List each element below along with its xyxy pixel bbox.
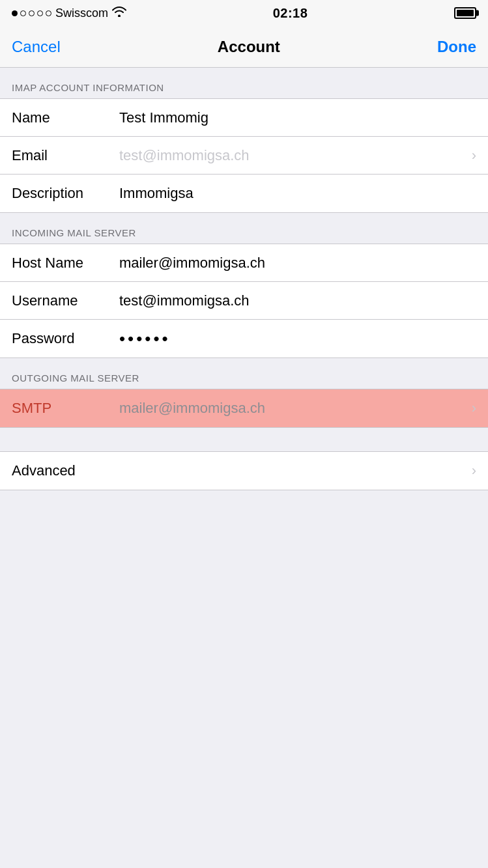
hostname-value: mailer@immomigsa.ch [119, 255, 476, 272]
incoming-table-group: Host Name mailer@immomigsa.ch Username t… [0, 244, 488, 358]
battery-icon [454, 7, 476, 19]
table-row: Username test@immomigsa.ch [0, 282, 488, 320]
wifi-icon [112, 6, 126, 20]
incoming-section-header: INCOMING MAIL SERVER [0, 213, 488, 244]
advanced-label: Advanced [12, 462, 119, 479]
nav-bar: Cancel Account Done [0, 26, 488, 68]
imap-table-group: Name Test Immomig Email test@immomigsa.c… [0, 98, 488, 213]
description-label: Description [12, 185, 119, 202]
hostname-label: Host Name [12, 255, 119, 272]
table-row: Description Immomigsa [0, 175, 488, 212]
status-left: Swisscom [12, 6, 126, 20]
table-row: Host Name mailer@immomigsa.ch [0, 244, 488, 282]
description-value: Immomigsa [119, 185, 476, 202]
table-row[interactable]: Email test@immomigsa.ch › [0, 137, 488, 175]
status-bar: Swisscom 02:18 [0, 0, 488, 26]
table-row: Password •••••• [0, 320, 488, 357]
password-label: Password [12, 330, 119, 347]
username-value: test@immomigsa.ch [119, 292, 476, 309]
imap-section-header: IMAP ACCOUNT INFORMATION [0, 68, 488, 98]
outgoing-section-header: OUTGOING MAIL SERVER [0, 358, 488, 389]
status-time: 02:18 [273, 6, 308, 21]
dot-4 [37, 10, 43, 16]
section-spacer [0, 428, 488, 451]
done-button[interactable]: Done [437, 38, 476, 56]
chevron-right-icon: › [472, 147, 476, 164]
dot-2 [20, 10, 26, 16]
battery-fill [457, 10, 474, 16]
page-title: Account [218, 38, 280, 56]
dot-5 [46, 10, 51, 16]
bottom-area [0, 490, 488, 542]
signal-dots [12, 10, 51, 16]
outgoing-table-group: SMTP mailer@immomigsa.ch › [0, 389, 488, 428]
carrier-label: Swisscom [55, 7, 108, 20]
password-value: •••••• [119, 329, 476, 349]
advanced-row[interactable]: Advanced › [0, 452, 488, 490]
email-value: test@immomigsa.ch [119, 147, 466, 164]
chevron-right-icon: › [472, 400, 476, 417]
name-label: Name [12, 109, 119, 126]
username-label: Username [12, 292, 119, 309]
dot-1 [12, 10, 18, 16]
smtp-label: SMTP [12, 400, 119, 417]
advanced-table-group: Advanced › [0, 451, 488, 490]
smtp-value: mailer@immomigsa.ch [119, 400, 466, 417]
chevron-right-icon: › [472, 462, 476, 479]
status-right [454, 7, 476, 19]
smtp-row[interactable]: SMTP mailer@immomigsa.ch › [0, 389, 488, 427]
name-value: Test Immomig [119, 109, 476, 126]
table-row: Name Test Immomig [0, 99, 488, 137]
dot-3 [29, 10, 35, 16]
cancel-button[interactable]: Cancel [12, 38, 61, 56]
email-label: Email [12, 147, 119, 164]
